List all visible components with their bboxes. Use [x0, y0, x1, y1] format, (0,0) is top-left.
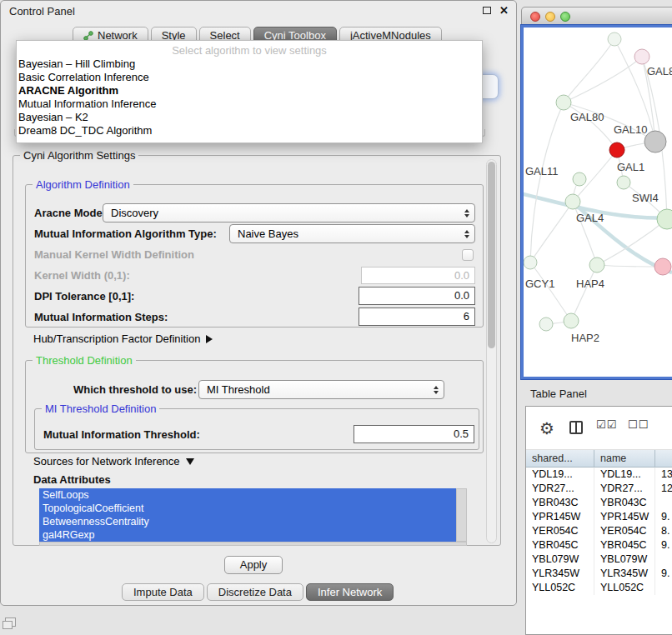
network-node[interactable]: [565, 194, 580, 209]
settings-scrollbar[interactable]: [486, 159, 497, 543]
settings-scrollbar-thumb[interactable]: [488, 162, 495, 348]
table-cell: YPR145W: [594, 510, 655, 524]
which-threshold-label: Which threshold to use:: [73, 383, 197, 396]
algorithm-option-bayesian-hill-climbing[interactable]: Bayesian – Hill Climbing: [17, 58, 482, 71]
algorithm-definition-group: Algorithm Definition Aracne Mode: Discov…: [25, 184, 484, 328]
attribute-item-selfloops[interactable]: SelfLoops: [39, 488, 456, 502]
network-node[interactable]: [644, 131, 666, 152]
network-edge: [530, 262, 571, 321]
network-node[interactable]: [556, 95, 571, 110]
network-node[interactable]: [589, 258, 604, 272]
table-row[interactable]: YLR345WYLR345W9.: [526, 567, 672, 581]
network-node[interactable]: [564, 313, 579, 328]
table-row[interactable]: YDR27...YDR27...12: [526, 482, 672, 496]
float-window-icon[interactable]: [483, 7, 491, 14]
kernel-width-input[interactable]: 0.0: [361, 267, 475, 284]
table-row[interactable]: YBR045CYBR045C9.: [526, 538, 672, 552]
minimize-traffic-light-icon[interactable]: [545, 12, 555, 22]
table-cell: YER054C: [526, 524, 594, 538]
kernel-width-label: Kernel Width (0,1):: [34, 269, 130, 282]
columns-icon[interactable]: [569, 421, 583, 434]
threshold-definition-title: Threshold Definition: [33, 354, 136, 367]
network-edge: [597, 219, 667, 265]
table-row[interactable]: YLL052CYLL052C: [526, 581, 672, 595]
table-header-row: shared...name: [526, 450, 672, 468]
table-row[interactable]: YBL079WYBL079W: [526, 552, 672, 567]
hub-definition-expander[interactable]: Hub/Transcription Factor Definition: [33, 332, 213, 345]
aracne-mode-select[interactable]: Discovery: [103, 203, 475, 222]
aracne-mode-value: Discovery: [103, 207, 461, 219]
apply-button[interactable]: Apply: [224, 556, 283, 574]
deselect-all-checkboxes-icon[interactable]: ☐☐: [628, 418, 649, 431]
tab-infer-network[interactable]: Infer Network: [306, 583, 394, 601]
attribute-item-betweennesscentrality[interactable]: BetweennessCentrality: [39, 515, 456, 528]
tab-discretize-data[interactable]: Discretize Data: [207, 583, 303, 601]
network-node[interactable]: [634, 49, 649, 64]
restore-panel-icon[interactable]: [5, 618, 16, 627]
column-header-shared[interactable]: shared...: [526, 450, 594, 468]
table-body: YDL19...YDL19...13YDR27...YDR27...12YBR0…: [526, 468, 672, 634]
desktop: { "control_panel": { "title": "Control P…: [0, 0, 672, 635]
select-all-checkboxes-icon[interactable]: ☑☑: [596, 418, 617, 431]
table-row[interactable]: YER054CYER054C8.: [526, 524, 672, 538]
network-view-window: GAL8GAL80GAL10GAL11GAL1SWI4GAL4GCY1HAP4H…: [521, 7, 672, 379]
manual-kernel-checkbox[interactable]: [462, 249, 474, 261]
algorithm-option-mutual-information-inference[interactable]: Mutual Information Inference: [17, 98, 482, 111]
close-traffic-light-icon[interactable]: [530, 12, 540, 22]
network-node[interactable]: [573, 172, 586, 186]
mi-algorithm-type-value: Naive Bayes: [230, 228, 461, 240]
network-canvas[interactable]: GAL8GAL80GAL10GAL11GAL1SWI4GAL4GCY1HAP4H…: [524, 28, 672, 379]
attribute-item-topologicalcoefficient[interactable]: TopologicalCoefficient: [39, 502, 456, 515]
mi-algorithm-type-select[interactable]: Naive Bayes: [229, 224, 475, 243]
table-cell: YPR145W: [526, 510, 594, 524]
network-node[interactable]: [609, 142, 624, 158]
algorithm-option-basic-correlation-inference[interactable]: Basic Correlation Inference: [17, 71, 482, 84]
table-panel-window: ⚙ ☑☑ ☐☐ shared...name YDL19...YDL19...13…: [525, 406, 672, 635]
network-canvas-frame: GAL8GAL80GAL10GAL11GAL1SWI4GAL4GCY1HAP4H…: [521, 25, 672, 379]
expand-down-icon: [186, 458, 194, 465]
attributes-vertical-scrollbar[interactable]: [456, 488, 467, 542]
dropdown-placeholder: Select algorithm to view settings: [17, 43, 482, 58]
network-node[interactable]: [524, 256, 537, 269]
table-cell: YBR043C: [526, 496, 594, 510]
tab-impute-data[interactable]: Impute Data: [122, 583, 204, 601]
mi-steps-input[interactable]: 6: [359, 308, 475, 326]
close-icon[interactable]: ✕: [499, 6, 509, 15]
column-header-name[interactable]: name: [594, 450, 655, 468]
gear-icon[interactable]: ⚙: [539, 418, 554, 438]
table-row[interactable]: YDL19...YDL19...13: [526, 468, 672, 482]
algorithm-dropdown-list: Bayesian – Hill ClimbingBasic Correlatio…: [17, 58, 482, 138]
sources-expander[interactable]: Sources for Network Inference: [33, 455, 194, 468]
which-threshold-select[interactable]: MI Threshold: [198, 380, 444, 399]
table-cell: [655, 496, 672, 510]
table-row[interactable]: YBR043CYBR043C: [526, 496, 672, 510]
mi-threshold-group: MI Threshold Definition Mutual Informati…: [34, 408, 479, 450]
control-panel-titlebar[interactable]: Control Panel ✕: [1, 1, 516, 21]
zoom-traffic-light-icon[interactable]: [560, 12, 570, 22]
node-label-hap4: HAP4: [576, 278, 604, 290]
table-cell: YDR27...: [594, 482, 655, 496]
mi-threshold-input[interactable]: 0.5: [354, 425, 474, 443]
algorithm-option-bayesian-k2[interactable]: Bayesian – K2: [17, 111, 482, 124]
cyni-algorithm-settings-group: Cyni Algorithm Settings Algorithm Defini…: [13, 155, 501, 546]
network-edge: [564, 102, 617, 150]
network-node[interactable]: [539, 318, 553, 331]
algorithm-option-aracne-algorithm[interactable]: ARACNE Algorithm: [17, 84, 482, 98]
column-header-2[interactable]: [655, 450, 672, 468]
dpi-tolerance-input[interactable]: 0.0: [359, 287, 475, 305]
algorithm-option-dream8-dc-tdc-algorithm[interactable]: Dream8 DC_TDC Algorithm: [17, 124, 482, 138]
table-cell: 12: [655, 482, 672, 496]
threshold-definition-group: Threshold Definition Which threshold to …: [25, 360, 484, 453]
data-attributes-list[interactable]: SelfLoopsTopologicalCoefficientBetweenne…: [39, 488, 456, 542]
combo-arrows-icon: [461, 230, 474, 238]
attributes-horizontal-scrollbar[interactable]: [39, 542, 467, 546]
network-node[interactable]: [617, 176, 630, 189]
node-label-swi4: SWI4: [632, 192, 659, 204]
network-node[interactable]: [654, 258, 671, 275]
table-row[interactable]: YPR145WYPR145W9.: [526, 510, 672, 524]
attribute-item-gal4rgexp[interactable]: gal4RGexp: [39, 528, 456, 542]
node-label-hap2: HAP2: [571, 332, 599, 344]
table-cell: [655, 552, 672, 567]
network-node[interactable]: [608, 32, 621, 46]
network-window-titlebar[interactable]: [521, 7, 672, 25]
